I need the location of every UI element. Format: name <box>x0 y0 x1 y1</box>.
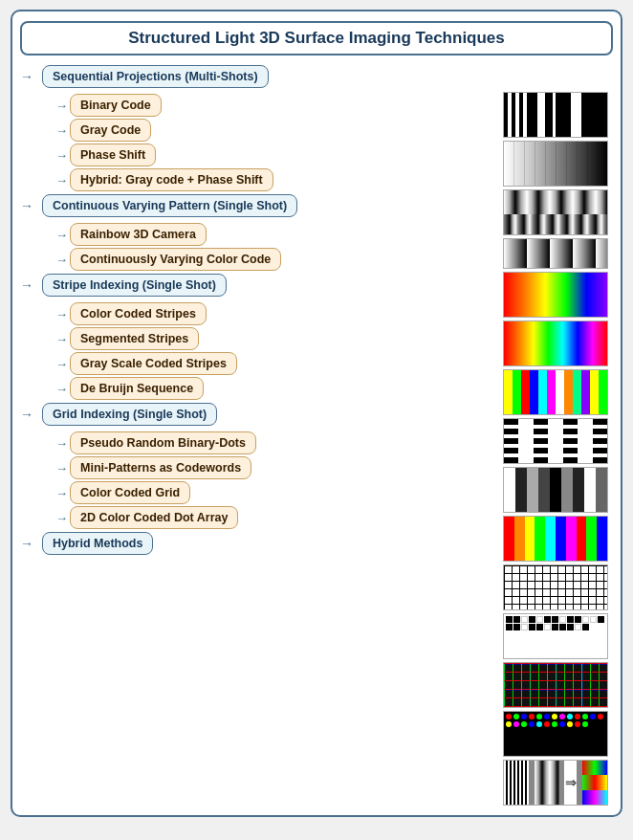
arrow-icon: → <box>47 173 68 188</box>
list-item: → Mini-Patterns as Codewords <box>47 456 499 479</box>
grid-node: Grid Indexing (Single Shot) <box>42 403 217 426</box>
color-vary-image <box>503 321 608 366</box>
list-item: → Continuously Varying Color Code <box>47 248 499 271</box>
gray-code-node: Gray Code <box>70 119 151 142</box>
stripe-children: → Color Coded Stripes → Segmented Stripe… <box>47 302 499 400</box>
images-area: ⇒ <box>503 65 613 806</box>
hybrid-gray-node: Hybrid: Gray code + Phase Shift <box>70 168 273 191</box>
mini-patterns-image <box>503 613 608 659</box>
list-item: → Binary Code <box>47 94 499 117</box>
section-sequential: → Sequential Projections (Multi-Shots) →… <box>20 65 499 191</box>
arrow-sequential: → <box>20 69 39 84</box>
dot-array-image <box>503 711 608 757</box>
sequential-image <box>503 92 608 138</box>
arrow-hybrid: → <box>20 536 39 551</box>
arrow-icon: → <box>47 332 68 346</box>
gray-scale-stripes-node: Gray Scale Coded Stripes <box>70 352 237 375</box>
section-hybrid: → Hybrid Methods <box>20 532 499 557</box>
list-item: → Color Coded Grid <box>47 481 499 504</box>
list-item: → Color Coded Stripes <box>47 302 499 325</box>
page-title: Structured Light 3D Surface Imaging Tech… <box>20 21 613 55</box>
pseudo-random-node: Pseudo Random Binary-Dots <box>70 431 256 454</box>
gray-scale-stripes-image <box>503 467 608 513</box>
section-sequential-header: → Sequential Projections (Multi-Shots) <box>20 65 499 88</box>
list-item: → 2D Color Coded Dot Array <box>47 506 499 529</box>
arrow-icon: → <box>47 511 68 525</box>
arrow-icon: → <box>47 357 68 371</box>
color-stripes-image <box>503 369 608 415</box>
mini-patterns-node: Mini-Patterns as Codewords <box>70 456 251 479</box>
color-coded-grid-node: Color Coded Grid <box>70 481 190 504</box>
color-vary-node: Continuously Varying Color Code <box>70 248 281 271</box>
arrow-icon: → <box>47 253 68 267</box>
section-stripe-header: → Stripe Indexing (Single Shot) <box>20 274 499 297</box>
arrow-icon: → <box>47 307 68 321</box>
section-continuous-header: → Continuous Varying Pattern (Single Sho… <box>20 194 499 217</box>
sequential-children: → Binary Code → Gray Code → Phase Shift … <box>47 94 499 191</box>
arrow-icon: → <box>47 148 68 163</box>
de-bruijn-image <box>503 516 608 562</box>
list-item: → Hybrid: Gray code + Phase Shift <box>47 168 499 191</box>
list-item: → Gray Scale Coded Stripes <box>47 352 499 375</box>
hybrid-methods-image: ⇒ <box>503 760 608 806</box>
continuous-children: → Rainbow 3D Camera → Continuously Varyi… <box>47 223 499 271</box>
phase-shift-image <box>503 189 608 235</box>
arrow-stripe: → <box>20 277 39 293</box>
rainbow-3d-node: Rainbow 3D Camera <box>70 223 207 246</box>
rainbow-image <box>503 272 608 318</box>
binary-code-node: Binary Code <box>70 94 162 117</box>
list-item: → Rainbow 3D Camera <box>47 223 499 246</box>
segmented-stripes-node: Segmented Stripes <box>70 327 199 350</box>
list-item: → De Bruijn Sequence <box>47 377 499 400</box>
gray-code-image <box>503 141 608 187</box>
hybrid-gray-phase-image <box>503 238 608 269</box>
arrow-icon: → <box>47 228 68 242</box>
section-grid-header: → Grid Indexing (Single Shot) <box>20 403 499 426</box>
grid-children: → Pseudo Random Binary-Dots → Mini-Patte… <box>47 431 499 529</box>
color-coded-grid-image <box>503 662 608 708</box>
arrow-icon: → <box>47 436 68 451</box>
segmented-stripes-image <box>503 418 608 464</box>
sequential-node: Sequential Projections (Multi-Shots) <box>42 65 269 88</box>
arrow-icon: → <box>47 461 68 475</box>
list-item: → Gray Code <box>47 119 499 142</box>
list-item: → Phase Shift <box>47 144 499 166</box>
arrow-icon: → <box>47 123 68 138</box>
color-coded-stripes-node: Color Coded Stripes <box>70 302 207 325</box>
arrow-grid: → <box>20 407 39 422</box>
phase-shift-node: Phase Shift <box>70 144 156 166</box>
pseudo-random-image <box>503 564 608 610</box>
section-stripe: → Stripe Indexing (Single Shot) → Color … <box>20 274 499 400</box>
hybrid-node: Hybrid Methods <box>42 532 153 555</box>
content-area: → Sequential Projections (Multi-Shots) →… <box>20 65 613 806</box>
de-bruijn-node: De Bruijn Sequence <box>70 377 204 400</box>
main-container: Structured Light 3D Surface Imaging Tech… <box>11 10 622 817</box>
list-item: → Pseudo Random Binary-Dots <box>47 431 499 454</box>
arrow-icon: → <box>47 99 68 113</box>
stripe-node: Stripe Indexing (Single Shot) <box>42 274 227 297</box>
list-item: → Segmented Stripes <box>47 327 499 350</box>
arrow-icon: → <box>47 382 68 396</box>
section-hybrid-header: → Hybrid Methods <box>20 532 499 555</box>
section-grid: → Grid Indexing (Single Shot) → Pseudo R… <box>20 403 499 529</box>
dot-array-node: 2D Color Coded Dot Array <box>70 506 238 529</box>
arrow-icon: → <box>47 486 68 500</box>
continuous-node: Continuous Varying Pattern (Single Shot) <box>42 194 297 217</box>
arrow-continuous: → <box>20 198 39 213</box>
tree-area: → Sequential Projections (Multi-Shots) →… <box>20 65 499 806</box>
section-continuous: → Continuous Varying Pattern (Single Sho… <box>20 194 499 271</box>
